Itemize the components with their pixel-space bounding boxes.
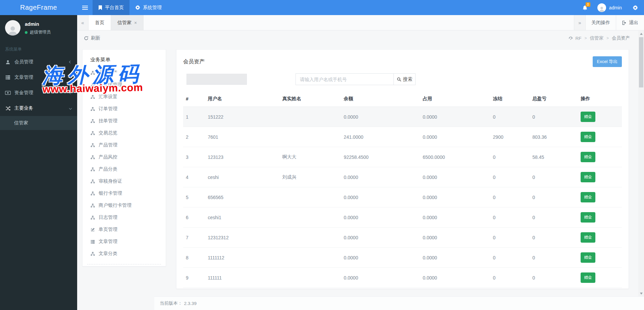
- business-menu-item[interactable]: 银行卡管理: [83, 187, 166, 199]
- table-cell-actions: 赠金: [578, 107, 622, 127]
- sidebar-item-members[interactable]: 会员管理: [0, 54, 77, 70]
- table-cell: 0.0000: [341, 207, 420, 228]
- sidebar-item-main-business[interactable]: 主要业务: [0, 101, 77, 116]
- table-cell: 1111112: [205, 248, 279, 268]
- business-menu-item[interactable]: 订单管理: [83, 103, 166, 115]
- table-cell: 9: [183, 268, 205, 288]
- scroll-down-arrow-icon[interactable]: [638, 291, 644, 296]
- table-cell: 4: [183, 167, 205, 187]
- sitemap-icon: [90, 155, 95, 160]
- business-menu-item[interactable]: 交易总览: [83, 127, 166, 139]
- sidebar-section-label: 系统菜单: [0, 41, 77, 54]
- sitemap-icon: [90, 143, 95, 147]
- business-menu-title: 业务菜单: [83, 50, 166, 67]
- filter-select[interactable]: [186, 74, 247, 85]
- table-cell: 5: [183, 187, 205, 207]
- sidebar-item-articles[interactable]: 文章管理: [0, 70, 77, 85]
- tabs-scroll-right-button[interactable]: »: [574, 15, 585, 30]
- member-assets-panel: 会员资产 Excel 导出 搜索 #用户名真实姓名余额占用冻结总盈亏操作: [176, 49, 629, 289]
- business-menu-item[interactable]: 文章分类: [83, 248, 166, 260]
- sitemap-icon: [90, 167, 95, 172]
- table-cell: 刘成兴: [280, 167, 341, 187]
- toolbar-row: 刷新 RF > 信管家 > 会员资产: [77, 30, 644, 46]
- table-cell: 0.0000: [420, 268, 490, 288]
- business-menu-item[interactable]: 日志管理: [83, 211, 166, 224]
- table-cell: 0.0000: [341, 268, 420, 288]
- tabs-scroll-left-button[interactable]: «: [77, 15, 89, 30]
- settings-button[interactable]: [627, 0, 644, 15]
- sitemap-icon: [90, 95, 95, 99]
- close-tab-icon[interactable]: ×: [134, 20, 137, 25]
- search-button[interactable]: 搜索: [393, 73, 416, 85]
- close-operations-button[interactable]: 关闭操作: [585, 15, 616, 30]
- business-menu-item[interactable]: 产品管理: [83, 139, 166, 151]
- table-cell-actions: 赠金: [578, 268, 622, 288]
- search-input[interactable]: [296, 73, 393, 85]
- grant-bonus-button[interactable]: 赠金: [581, 252, 595, 263]
- business-menu-item[interactable]: 文章管理: [83, 236, 166, 248]
- business-menu-item[interactable]: 爆仓比管理: [83, 79, 166, 91]
- grant-bonus-button[interactable]: 赠金: [581, 272, 595, 283]
- logout-button[interactable]: 退出: [616, 15, 644, 30]
- sidebar-toggle-button[interactable]: [77, 0, 93, 15]
- table-row: 101231231230.00000.000000赠金: [183, 288, 622, 289]
- notifications-button[interactable]: 0: [577, 0, 593, 15]
- business-menu-item[interactable]: 单页管理: [83, 224, 166, 236]
- sidebar-submenu: 信管家: [0, 116, 77, 130]
- business-menu-panel: 业务菜单 会员资产爆仓比管理汇率设置订单管理挂单管理交易总览产品管理产品风控产品…: [82, 49, 166, 266]
- table-cell: 0.0000: [420, 187, 490, 207]
- business-menu-item[interactable]: 产品风控: [83, 151, 166, 163]
- table-cell: 0.0000: [341, 107, 420, 127]
- table-cell: 123123: [205, 147, 279, 167]
- business-menu-item[interactable]: 汇率设置: [83, 91, 166, 103]
- search-icon: [397, 77, 401, 82]
- table-cell: 6: [183, 207, 205, 228]
- user-menu[interactable]: admin: [593, 0, 627, 15]
- vertical-scrollbar[interactable]: [638, 31, 644, 296]
- table-cell: 111111: [205, 268, 279, 288]
- edit-icon: [90, 228, 95, 232]
- chevron-left-icon: [69, 61, 72, 63]
- nav-item-platform-home[interactable]: 平台首页: [93, 0, 129, 15]
- chevron-down-icon: [69, 107, 72, 110]
- sitemap-icon: [90, 71, 95, 75]
- brand-logo[interactable]: RageFrame: [0, 0, 77, 15]
- grant-bonus-button[interactable]: 赠金: [581, 212, 595, 223]
- business-menu-item[interactable]: 挂单管理: [83, 115, 166, 127]
- grant-bonus-button[interactable]: 赠金: [581, 172, 595, 182]
- table-cell: 0: [530, 187, 578, 207]
- table-cell: 3: [183, 147, 205, 167]
- business-menu-item[interactable]: 会员资产: [83, 67, 166, 79]
- tab-xinguanjia[interactable]: 信管家 ×: [111, 15, 144, 30]
- scrollbar-thumb[interactable]: [639, 37, 643, 87]
- grant-bonus-button[interactable]: 赠金: [581, 112, 595, 122]
- grant-bonus-button[interactable]: 赠金: [581, 132, 595, 142]
- breadcrumb-home-link[interactable]: RF: [568, 36, 581, 41]
- table-cell-actions: 赠金: [578, 127, 622, 147]
- table-cell: 0: [490, 147, 530, 167]
- table-row: 4ceshi刘成兴0.00000.000000赠金: [183, 167, 622, 187]
- table-cell-actions: 赠金: [578, 147, 622, 167]
- grant-bonus-button[interactable]: 赠金: [581, 192, 595, 202]
- grant-bonus-button[interactable]: 赠金: [581, 232, 595, 243]
- nav-item-system-manage[interactable]: 系统管理: [129, 0, 167, 15]
- grant-bonus-button[interactable]: 赠金: [581, 152, 595, 162]
- business-menu-item[interactable]: 产品分类: [83, 163, 166, 175]
- table-cell: 啊大大: [280, 147, 341, 167]
- tab-home[interactable]: 首页: [89, 15, 111, 30]
- refresh-button[interactable]: 刷新: [84, 35, 100, 41]
- business-menu-item[interactable]: 商户银行卡管理: [83, 199, 166, 211]
- business-menu-item[interactable]: 审核身份证: [83, 175, 166, 187]
- table-cell: 656565: [205, 187, 279, 207]
- scroll-up-arrow-icon[interactable]: [638, 31, 644, 37]
- user-name: admin: [609, 5, 622, 10]
- table-cell: 0: [490, 228, 530, 248]
- table-cell: 58.45: [530, 147, 578, 167]
- table-cell: 0.0000: [341, 187, 420, 207]
- sidebar-item-funds[interactable]: 资金管理: [0, 85, 77, 101]
- sidebar-subitem-xinguanjia[interactable]: 信管家: [0, 116, 77, 130]
- table-cell: 10: [183, 288, 205, 289]
- breadcrumb-item[interactable]: 信管家: [590, 35, 603, 41]
- excel-export-button[interactable]: Excel 导出: [593, 56, 622, 67]
- table-cell: ceshi1: [205, 207, 279, 228]
